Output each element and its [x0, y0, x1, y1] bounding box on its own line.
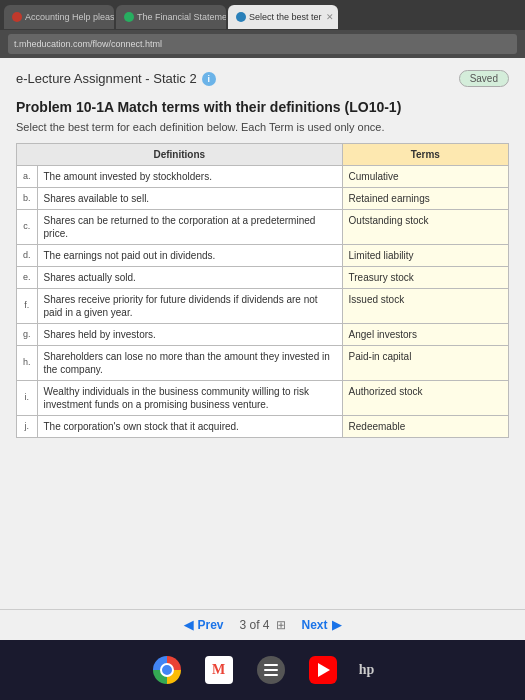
table-row[interactable]: g.Shares held by investors.Angel investo…: [17, 324, 509, 346]
taskbar: M hp: [0, 640, 525, 700]
table-row[interactable]: c.Shares can be returned to the corporat…: [17, 210, 509, 245]
term-cell-4[interactable]: Treasury stock: [342, 267, 508, 289]
definition-cell-4: Shares actually sold.: [37, 267, 342, 289]
menu-line-2: [264, 669, 278, 671]
table-row[interactable]: d.The earnings not paid out in dividends…: [17, 245, 509, 267]
next-label: Next: [302, 618, 328, 632]
assignment-title-container: e-Lecture Assignment - Static 2 i: [16, 71, 216, 86]
next-button[interactable]: Next ▶: [302, 618, 341, 632]
row-letter-1: b.: [17, 188, 38, 210]
tab-close-select[interactable]: ✕: [326, 12, 334, 22]
info-icon[interactable]: i: [202, 72, 216, 86]
definition-cell-0: The amount invested by stockholders.: [37, 166, 342, 188]
saved-badge: Saved: [459, 70, 509, 87]
grid-icon[interactable]: ⊞: [276, 618, 286, 632]
tab-label-accounting: Accounting Help pleaseeeee? | Y: [25, 12, 114, 22]
menu-taskbar-icon[interactable]: [255, 654, 287, 686]
table-row[interactable]: j.The corporation's own stock that it ac…: [17, 416, 509, 438]
match-table: Definitions Terms a.The amount invested …: [16, 143, 509, 438]
term-cell-3[interactable]: Limited liability: [342, 245, 508, 267]
definition-cell-9: The corporation's own stock that it acqu…: [37, 416, 342, 438]
terms-header: Terms: [342, 144, 508, 166]
chrome-taskbar-icon[interactable]: [151, 654, 183, 686]
term-cell-9[interactable]: Redeemable: [342, 416, 508, 438]
hp-logo: hp: [359, 662, 375, 678]
row-letter-6: g.: [17, 324, 38, 346]
gmail-taskbar-icon[interactable]: M: [203, 654, 235, 686]
row-letter-4: e.: [17, 267, 38, 289]
prev-button[interactable]: ◀ Prev: [184, 618, 223, 632]
browser-chrome: Accounting Help pleaseeeee? | Y ✕ The Fi…: [0, 0, 525, 58]
table-row[interactable]: f.Shares receive priority for future div…: [17, 289, 509, 324]
definition-cell-6: Shares held by investors.: [37, 324, 342, 346]
tab-bar: Accounting Help pleaseeeee? | Y ✕ The Fi…: [0, 0, 525, 30]
menu-line-1: [264, 664, 278, 666]
term-cell-0[interactable]: Cumulative: [342, 166, 508, 188]
tab-icon-select: [236, 12, 246, 22]
chrome-icon: [153, 656, 181, 684]
table-row[interactable]: i.Wealthy individuals in the business co…: [17, 381, 509, 416]
next-arrow-icon: ▶: [332, 618, 341, 632]
definition-cell-8: Wealthy individuals in the business comm…: [37, 381, 342, 416]
assignment-title: e-Lecture Assignment - Static 2: [16, 71, 197, 86]
term-cell-1[interactable]: Retained earnings: [342, 188, 508, 210]
youtube-icon: [309, 656, 337, 684]
tab-label-select: Select the best ter: [249, 12, 322, 22]
definitions-header: Definitions: [17, 144, 343, 166]
page-indicator: 3 of 4 ⊞: [239, 618, 285, 632]
play-triangle-icon: [318, 663, 330, 677]
table-row[interactable]: a.The amount invested by stockholders.Cu…: [17, 166, 509, 188]
term-cell-5[interactable]: Issued stock: [342, 289, 508, 324]
problem-instruction: Select the best term for each definition…: [16, 121, 509, 133]
tab-accounting[interactable]: Accounting Help pleaseeeee? | Y ✕: [4, 5, 114, 29]
term-cell-6[interactable]: Angel investors: [342, 324, 508, 346]
term-cell-7[interactable]: Paid-in capital: [342, 346, 508, 381]
gmail-icon: M: [205, 656, 233, 684]
row-letter-8: i.: [17, 381, 38, 416]
table-row[interactable]: e.Shares actually sold.Treasury stock: [17, 267, 509, 289]
row-letter-7: h.: [17, 346, 38, 381]
address-input[interactable]: [8, 34, 517, 54]
definition-cell-2: Shares can be returned to the corporatio…: [37, 210, 342, 245]
tab-icon-financial: [124, 12, 134, 22]
page-header: e-Lecture Assignment - Static 2 i Saved: [16, 70, 509, 87]
row-letter-2: c.: [17, 210, 38, 245]
tab-financial[interactable]: The Financial Statements Of Co ✕: [116, 5, 226, 29]
definition-cell-5: Shares receive priority for future divid…: [37, 289, 342, 324]
address-bar: [0, 30, 525, 58]
page-content: e-Lecture Assignment - Static 2 i Saved …: [0, 58, 525, 640]
prev-label: Prev: [197, 618, 223, 632]
term-cell-8[interactable]: Authorized stock: [342, 381, 508, 416]
row-letter-3: d.: [17, 245, 38, 267]
menu-line-3: [264, 674, 278, 676]
term-cell-2[interactable]: Outstanding stock: [342, 210, 508, 245]
table-row[interactable]: h.Shareholders can lose no more than the…: [17, 346, 509, 381]
page-indicator-text: 3 of 4: [239, 618, 269, 632]
menu-icon: [257, 656, 285, 684]
definition-cell-7: Shareholders can lose no more than the a…: [37, 346, 342, 381]
prev-arrow-icon: ◀: [184, 618, 193, 632]
tab-select[interactable]: Select the best ter ✕: [228, 5, 338, 29]
bottom-nav: ◀ Prev 3 of 4 ⊞ Next ▶: [0, 609, 525, 640]
problem-title: Problem 10-1A Match terms with their def…: [16, 99, 509, 115]
row-letter-0: a.: [17, 166, 38, 188]
definition-cell-1: Shares available to sell.: [37, 188, 342, 210]
tab-icon-accounting: [12, 12, 22, 22]
row-letter-9: j.: [17, 416, 38, 438]
tab-label-financial: The Financial Statements Of Co: [137, 12, 226, 22]
definition-cell-3: The earnings not paid out in dividends.: [37, 245, 342, 267]
table-row[interactable]: b.Shares available to sell.Retained earn…: [17, 188, 509, 210]
row-letter-5: f.: [17, 289, 38, 324]
youtube-taskbar-icon[interactable]: [307, 654, 339, 686]
